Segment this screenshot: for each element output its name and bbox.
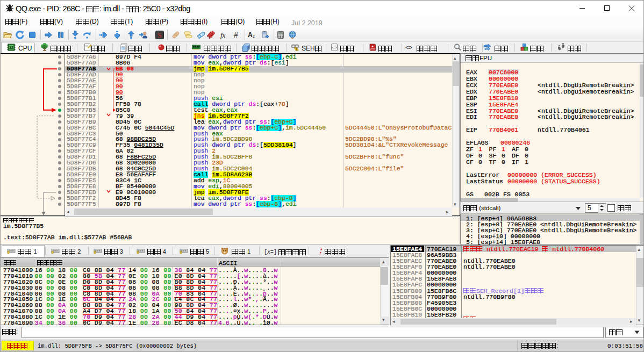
svg-text:A: A: [248, 31, 253, 39]
svg-text:z: z: [253, 34, 255, 39]
svg-text:<>: <>: [405, 45, 413, 51]
svg-text:S: S: [158, 31, 161, 39]
svg-text:!: !: [296, 48, 297, 51]
svg-text:32: 32: [9, 46, 13, 49]
svg-text:fx: fx: [220, 31, 226, 39]
svg-text:#: #: [234, 31, 238, 39]
svg-text:<>: <>: [332, 45, 337, 50]
